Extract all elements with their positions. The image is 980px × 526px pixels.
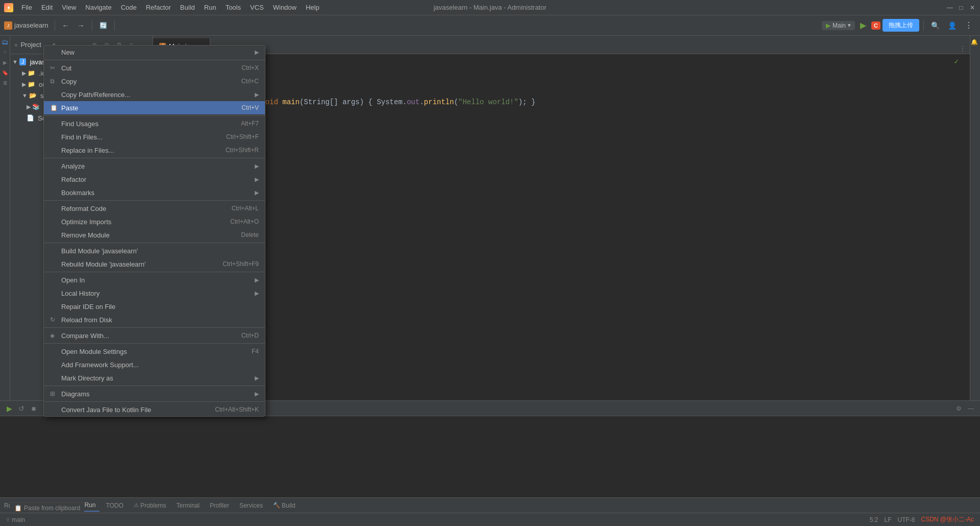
menu-code[interactable]: Code [117, 3, 141, 12]
run-play-button[interactable]: ▶ [4, 403, 14, 414]
cm-convert-kotlin[interactable]: Convert Java File to Kotlin File Ctrl+Al… [44, 403, 265, 416]
cm-open-in[interactable]: Open In ▶ [44, 273, 265, 286]
cm-open-module-settings[interactable]: Open Module Settings F4 [44, 345, 265, 358]
cm-convertkotlin-label: Convert Java File to Kotlin File [61, 406, 215, 414]
run-config[interactable]: ▶ Main ▾ [822, 21, 855, 30]
cm-removemodule-label: Remove Module [61, 231, 241, 239]
separator-2 [92, 20, 92, 31]
user-button[interactable]: 👤 [945, 20, 960, 31]
cm-openin-label: Open In [61, 276, 251, 284]
editor-more-button[interactable]: ⋮ [958, 43, 968, 54]
cm-analyze[interactable]: Analyze ▶ [44, 159, 265, 173]
cm-markdir-arrow: ▶ [255, 375, 259, 381]
menu-file[interactable]: File [17, 3, 36, 12]
cm-repair-ide[interactable]: Repair IDE on File [44, 300, 265, 313]
run-stop-button[interactable]: ■ [29, 403, 39, 414]
tab-todo[interactable]: TODO [102, 500, 127, 511]
cm-rebuildmodule-label: Rebuild Module 'javaselearn' [61, 260, 223, 268]
cm-repairide-label: Repair IDE on File [61, 303, 259, 310]
csdn-logo[interactable]: C [871, 21, 880, 30]
toolbar: J javaselearn ← → 🔄 ▶ Main ▾ ▶ C 拖拽上传 🔍 … [0, 15, 980, 36]
activity-commit[interactable]: ⑂ [1, 48, 9, 56]
tab-terminal[interactable]: Terminal [173, 500, 204, 511]
panel-settings-btn[interactable]: ⚙ [953, 403, 964, 414]
cm-sep-7 [44, 327, 265, 328]
menu-window[interactable]: Window [269, 3, 301, 12]
menu-refactor[interactable]: Refactor [142, 3, 175, 12]
cm-reload-disk[interactable]: ↻ Reload from Disk [44, 313, 265, 326]
cm-cut[interactable]: ✂ Cut Ctrl+X [44, 61, 265, 75]
status-cursor[interactable]: 5:2 [868, 516, 880, 523]
sync-button[interactable]: 🔄 [96, 20, 110, 31]
cm-bookmarks-arrow: ▶ [255, 189, 259, 196]
cm-compare-with[interactable]: ◈ Compare With... Ctrl+D [44, 329, 265, 342]
cm-rebuildmodule-shortcut: Ctrl+Shift+F9 [223, 260, 259, 268]
cm-add-framework[interactable]: Add Framework Support... [44, 358, 265, 371]
menu-help[interactable]: Help [302, 3, 324, 12]
status-csdn[interactable]: CSDN @张小二-Ac [919, 515, 976, 524]
back-button[interactable]: ← [59, 20, 72, 31]
minimize-button[interactable]: — [946, 4, 953, 11]
paste-message: 📋 Paste from clipboard [10, 503, 84, 513]
cm-rebuild-module[interactable]: Rebuild Module 'javaselearn' Ctrl+Shift+… [44, 257, 265, 271]
menu-vcs[interactable]: VCS [246, 3, 268, 12]
maximize-button[interactable]: □ [958, 4, 965, 11]
cm-local-history[interactable]: Local History ▶ [44, 286, 265, 300]
activity-bookmarks[interactable]: 🔖 [1, 68, 9, 77]
cm-reformat[interactable]: Reformat Code Ctrl+Alt+L [44, 202, 265, 215]
panel-minimize-btn[interactable]: — [966, 403, 976, 414]
menu-view[interactable]: View [58, 3, 80, 12]
cm-copy[interactable]: ⧉ Copy Ctrl+C [44, 75, 265, 88]
run-rerun-button[interactable]: ↺ [16, 403, 27, 414]
cm-build-module[interactable]: Build Module 'javaselearn' [44, 244, 265, 257]
cm-sep-5 [44, 243, 265, 243]
cm-reformat-label: Reformat Code [61, 205, 232, 212]
cm-comparewith-shortcut: Ctrl+D [241, 332, 259, 339]
status-git[interactable]: ⑂ main [4, 516, 27, 523]
cm-optimize[interactable]: Optimize Imports Ctrl+Alt+O [44, 215, 265, 228]
cm-mark-directory[interactable]: Mark Directory as ▶ [44, 371, 265, 385]
cm-replacefiles-shortcut: Ctrl+Shift+R [226, 147, 259, 154]
code-line-2: public class Main { [184, 74, 962, 85]
tab-profiler[interactable]: Profiler [206, 500, 233, 511]
forward-button[interactable]: → [75, 20, 88, 31]
cm-markdir-label: Mark Directory as [61, 374, 251, 382]
cm-new[interactable]: New ▶ [44, 45, 265, 59]
status-line-ending[interactable]: LF [882, 516, 893, 523]
activity-run[interactable]: ▶ [1, 58, 9, 66]
cm-sep-10 [44, 401, 265, 402]
cm-paste[interactable]: 📋 Paste Ctrl+V [44, 101, 265, 114]
cm-sep-8 [44, 343, 265, 344]
cm-copy-shortcut: Ctrl+C [241, 78, 259, 85]
activity-project[interactable]: 🗂 [1, 38, 9, 46]
tab-problems[interactable]: ⚠ Problems [130, 500, 170, 511]
cm-diagrams[interactable]: ⊞ Diagrams ▶ [44, 387, 265, 400]
menu-tools[interactable]: Tools [222, 3, 245, 12]
cm-find-usages[interactable]: Find Usages Alt+F7 [44, 117, 265, 130]
cm-diagrams-label: Diagrams [61, 390, 251, 398]
cm-find-files[interactable]: Find in Files... Ctrl+Shift+F [44, 130, 265, 144]
cm-refactor[interactable]: Refactor ▶ [44, 173, 265, 186]
code-line-3: no usages [184, 85, 962, 97]
menu-edit[interactable]: Edit [37, 3, 57, 12]
cm-remove-module[interactable]: Remove Module Delete [44, 228, 265, 242]
more-button[interactable]: ⋮ [962, 19, 976, 32]
notif-bell-icon[interactable]: 🔔 [970, 38, 978, 46]
menu-run[interactable]: Run [200, 3, 220, 12]
status-encoding[interactable]: UTF-8 [895, 516, 917, 523]
upload-button[interactable]: 拖拽上传 [883, 19, 919, 32]
menu-navigate[interactable]: Navigate [81, 3, 115, 12]
run-button[interactable]: ▶ [857, 19, 869, 32]
search-button[interactable]: 🔍 [928, 20, 943, 31]
cm-bookmarks[interactable]: Bookmarks ▶ [44, 186, 265, 199]
cm-sep-3 [44, 158, 265, 158]
cm-sep-6 [44, 272, 265, 272]
tab-build[interactable]: 🔨 Build [269, 500, 300, 511]
activity-structure[interactable]: ≣ [1, 79, 9, 87]
close-button[interactable]: ✕ [969, 4, 976, 11]
cm-replace-files[interactable]: Replace in Files... Ctrl+Shift+R [44, 144, 265, 157]
cm-copy-path[interactable]: Copy Path/Reference... ▶ [44, 88, 265, 101]
cm-copypath-label: Copy Path/Reference... [61, 91, 251, 99]
menu-build[interactable]: Build [176, 3, 199, 12]
tab-services[interactable]: Services [235, 500, 267, 511]
